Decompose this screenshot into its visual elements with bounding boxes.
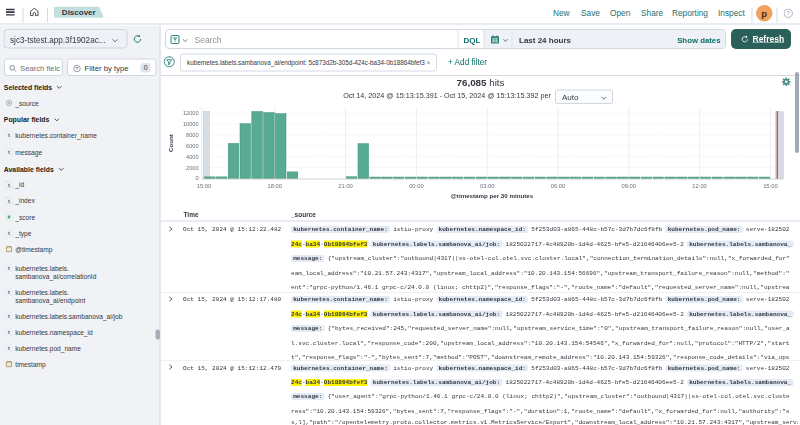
svg-text:0: 0: [195, 175, 198, 181]
svg-text:8000: 8000: [186, 132, 198, 138]
svg-text:18:00: 18:00: [268, 183, 283, 189]
svg-text:15:00: 15:00: [763, 183, 778, 189]
svg-text:09:00: 09:00: [622, 183, 637, 189]
svg-text:@timestamp per 30 minutes: @timestamp per 30 minutes: [451, 192, 534, 199]
svg-text:?: ?: [787, 10, 790, 16]
svg-text:15:00: 15:00: [197, 183, 212, 189]
svg-text:10000: 10000: [183, 121, 199, 127]
svg-text:06:00: 06:00: [551, 183, 566, 189]
svg-text:12:00: 12:00: [692, 183, 707, 189]
svg-text:00:00: 00:00: [409, 183, 424, 189]
svg-text:Count: Count: [167, 134, 174, 152]
svg-text:4000: 4000: [186, 154, 198, 160]
svg-text:12000: 12000: [183, 110, 199, 116]
svg-text:03:00: 03:00: [480, 183, 495, 189]
svg-text:2000: 2000: [186, 165, 198, 171]
svg-text:6000: 6000: [186, 143, 198, 149]
svg-text:21:00: 21:00: [338, 183, 353, 189]
